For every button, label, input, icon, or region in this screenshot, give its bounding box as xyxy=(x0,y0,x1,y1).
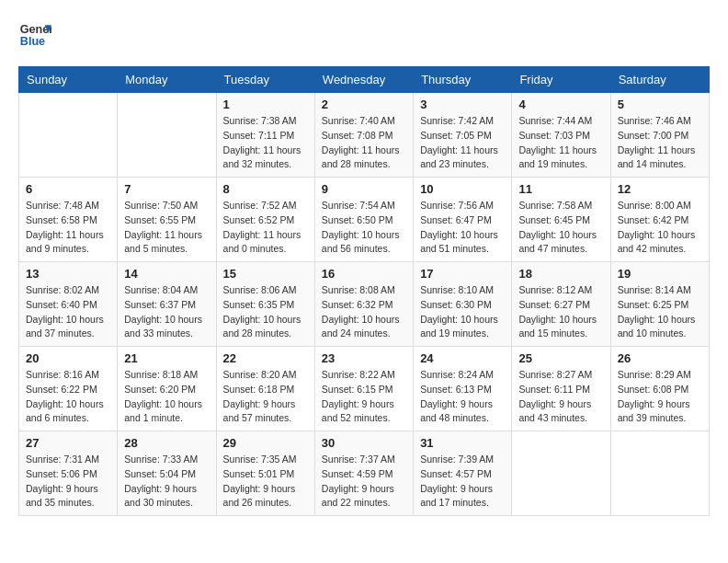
day-info: Sunrise: 8:20 AMSunset: 6:18 PMDaylight:… xyxy=(223,368,308,426)
calendar-cell xyxy=(118,93,216,178)
day-number: 24 xyxy=(420,351,505,365)
calendar-cell: 4Sunrise: 7:44 AMSunset: 7:03 PMDaylight… xyxy=(512,93,610,178)
day-info: Sunrise: 8:02 AMSunset: 6:40 PMDaylight:… xyxy=(26,283,110,341)
day-number: 21 xyxy=(124,351,209,365)
day-info: Sunrise: 8:00 AMSunset: 6:42 PMDaylight:… xyxy=(618,199,702,257)
day-number: 8 xyxy=(223,182,308,196)
calendar-cell xyxy=(19,93,118,178)
calendar-week-4: 20Sunrise: 8:16 AMSunset: 6:22 PMDayligh… xyxy=(19,347,710,431)
calendar-cell xyxy=(610,431,709,516)
day-info: Sunrise: 7:42 AMSunset: 7:05 PMDaylight:… xyxy=(420,114,505,172)
calendar-cell: 12Sunrise: 8:00 AMSunset: 6:42 PMDayligh… xyxy=(610,178,709,262)
day-info: Sunrise: 7:33 AMSunset: 5:04 PMDaylight:… xyxy=(124,453,209,511)
weekday-header-tuesday: Tuesday xyxy=(216,67,314,93)
day-number: 26 xyxy=(618,351,702,365)
calendar-week-2: 6Sunrise: 7:48 AMSunset: 6:58 PMDaylight… xyxy=(19,178,710,262)
day-number: 29 xyxy=(223,436,308,450)
day-number: 17 xyxy=(420,267,505,281)
day-info: Sunrise: 7:44 AMSunset: 7:03 PMDaylight:… xyxy=(518,114,603,172)
day-number: 16 xyxy=(322,267,406,281)
calendar-cell: 28Sunrise: 7:33 AMSunset: 5:04 PMDayligh… xyxy=(118,431,216,516)
day-info: Sunrise: 7:56 AMSunset: 6:47 PMDaylight:… xyxy=(420,199,505,257)
day-info: Sunrise: 8:27 AMSunset: 6:11 PMDaylight:… xyxy=(518,368,603,426)
calendar-week-1: 1Sunrise: 7:38 AMSunset: 7:11 PMDaylight… xyxy=(19,93,710,178)
logo: General Blue xyxy=(18,18,51,52)
weekday-header-wednesday: Wednesday xyxy=(314,67,413,93)
calendar-cell: 23Sunrise: 8:22 AMSunset: 6:15 PMDayligh… xyxy=(314,347,413,431)
day-number: 6 xyxy=(26,182,110,196)
day-info: Sunrise: 7:54 AMSunset: 6:50 PMDaylight:… xyxy=(322,199,406,257)
day-info: Sunrise: 8:18 AMSunset: 6:20 PMDaylight:… xyxy=(124,368,209,426)
weekday-header-sunday: Sunday xyxy=(19,67,118,93)
calendar-cell: 31Sunrise: 7:39 AMSunset: 4:57 PMDayligh… xyxy=(414,431,512,516)
day-info: Sunrise: 8:29 AMSunset: 6:08 PMDaylight:… xyxy=(618,368,702,426)
day-number: 15 xyxy=(223,267,308,281)
day-info: Sunrise: 8:06 AMSunset: 6:35 PMDaylight:… xyxy=(223,283,308,341)
day-number: 20 xyxy=(26,351,110,365)
svg-text:Blue: Blue xyxy=(20,35,45,48)
calendar-cell: 14Sunrise: 8:04 AMSunset: 6:37 PMDayligh… xyxy=(118,262,216,347)
day-info: Sunrise: 7:58 AMSunset: 6:45 PMDaylight:… xyxy=(518,199,603,257)
day-number: 10 xyxy=(420,182,505,196)
calendar-cell xyxy=(512,431,610,516)
calendar-week-5: 27Sunrise: 7:31 AMSunset: 5:06 PMDayligh… xyxy=(19,431,710,516)
day-number: 13 xyxy=(26,267,110,281)
calendar-cell: 26Sunrise: 8:29 AMSunset: 6:08 PMDayligh… xyxy=(610,347,709,431)
day-number: 23 xyxy=(322,351,406,365)
calendar-cell: 10Sunrise: 7:56 AMSunset: 6:47 PMDayligh… xyxy=(414,178,512,262)
day-info: Sunrise: 7:40 AMSunset: 7:08 PMDaylight:… xyxy=(322,114,406,172)
day-info: Sunrise: 8:12 AMSunset: 6:27 PMDaylight:… xyxy=(518,283,603,341)
day-info: Sunrise: 7:38 AMSunset: 7:11 PMDaylight:… xyxy=(223,114,308,172)
calendar-cell: 17Sunrise: 8:10 AMSunset: 6:30 PMDayligh… xyxy=(414,262,512,347)
calendar-cell: 22Sunrise: 8:20 AMSunset: 6:18 PMDayligh… xyxy=(216,347,314,431)
day-info: Sunrise: 8:04 AMSunset: 6:37 PMDaylight:… xyxy=(124,283,209,341)
day-number: 7 xyxy=(124,182,209,196)
day-info: Sunrise: 7:35 AMSunset: 5:01 PMDaylight:… xyxy=(223,453,308,511)
calendar-cell: 20Sunrise: 8:16 AMSunset: 6:22 PMDayligh… xyxy=(19,347,118,431)
day-number: 4 xyxy=(518,98,603,111)
day-info: Sunrise: 7:48 AMSunset: 6:58 PMDaylight:… xyxy=(26,199,110,257)
day-number: 9 xyxy=(322,182,406,196)
day-number: 30 xyxy=(322,436,406,450)
day-info: Sunrise: 8:16 AMSunset: 6:22 PMDaylight:… xyxy=(26,368,110,426)
calendar-cell: 3Sunrise: 7:42 AMSunset: 7:05 PMDaylight… xyxy=(414,93,512,178)
day-number: 11 xyxy=(518,182,603,196)
calendar-cell: 1Sunrise: 7:38 AMSunset: 7:11 PMDaylight… xyxy=(216,93,314,178)
day-number: 27 xyxy=(26,436,110,450)
day-number: 31 xyxy=(420,436,505,450)
page-header: General Blue xyxy=(18,18,710,52)
day-info: Sunrise: 7:37 AMSunset: 4:59 PMDaylight:… xyxy=(322,453,406,511)
calendar-cell: 7Sunrise: 7:50 AMSunset: 6:55 PMDaylight… xyxy=(118,178,216,262)
calendar-week-3: 13Sunrise: 8:02 AMSunset: 6:40 PMDayligh… xyxy=(19,262,710,347)
day-number: 19 xyxy=(618,267,702,281)
calendar-cell: 16Sunrise: 8:08 AMSunset: 6:32 PMDayligh… xyxy=(314,262,413,347)
day-number: 25 xyxy=(518,351,603,365)
calendar-cell: 15Sunrise: 8:06 AMSunset: 6:35 PMDayligh… xyxy=(216,262,314,347)
day-info: Sunrise: 7:39 AMSunset: 4:57 PMDaylight:… xyxy=(420,453,505,511)
day-number: 1 xyxy=(223,98,308,111)
calendar-cell: 30Sunrise: 7:37 AMSunset: 4:59 PMDayligh… xyxy=(314,431,413,516)
day-number: 3 xyxy=(420,98,505,111)
day-info: Sunrise: 8:22 AMSunset: 6:15 PMDaylight:… xyxy=(322,368,406,426)
calendar-cell: 27Sunrise: 7:31 AMSunset: 5:06 PMDayligh… xyxy=(19,431,118,516)
calendar-cell: 11Sunrise: 7:58 AMSunset: 6:45 PMDayligh… xyxy=(512,178,610,262)
calendar-cell: 5Sunrise: 7:46 AMSunset: 7:00 PMDaylight… xyxy=(610,93,709,178)
calendar-cell: 21Sunrise: 8:18 AMSunset: 6:20 PMDayligh… xyxy=(118,347,216,431)
weekday-header-monday: Monday xyxy=(118,67,216,93)
calendar-table: SundayMondayTuesdayWednesdayThursdayFrid… xyxy=(18,66,710,516)
calendar-cell: 25Sunrise: 8:27 AMSunset: 6:11 PMDayligh… xyxy=(512,347,610,431)
day-info: Sunrise: 7:46 AMSunset: 7:00 PMDaylight:… xyxy=(618,114,702,172)
day-info: Sunrise: 8:24 AMSunset: 6:13 PMDaylight:… xyxy=(420,368,505,426)
day-number: 12 xyxy=(618,182,702,196)
calendar-cell: 13Sunrise: 8:02 AMSunset: 6:40 PMDayligh… xyxy=(19,262,118,347)
day-number: 2 xyxy=(322,98,406,111)
calendar-cell: 29Sunrise: 7:35 AMSunset: 5:01 PMDayligh… xyxy=(216,431,314,516)
weekday-header-saturday: Saturday xyxy=(610,67,709,93)
day-info: Sunrise: 7:52 AMSunset: 6:52 PMDaylight:… xyxy=(223,199,308,257)
calendar-cell: 9Sunrise: 7:54 AMSunset: 6:50 PMDaylight… xyxy=(314,178,413,262)
day-info: Sunrise: 7:31 AMSunset: 5:06 PMDaylight:… xyxy=(26,453,110,511)
weekday-header-thursday: Thursday xyxy=(414,67,512,93)
calendar-cell: 8Sunrise: 7:52 AMSunset: 6:52 PMDaylight… xyxy=(216,178,314,262)
day-number: 14 xyxy=(124,267,209,281)
day-number: 18 xyxy=(518,267,603,281)
